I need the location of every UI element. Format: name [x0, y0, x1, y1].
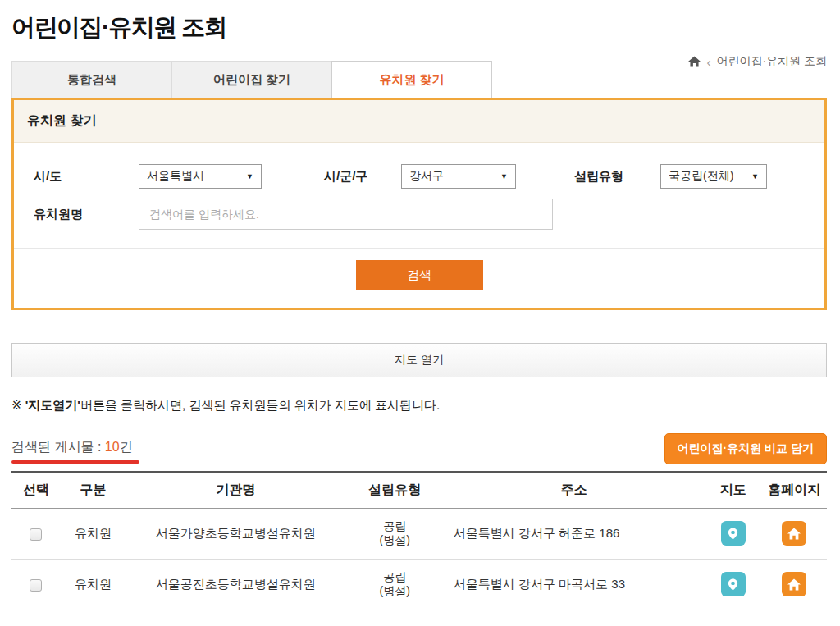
row-address: 서울특별시 강서구 허준로 186 [444, 508, 705, 559]
setup-type-select[interactable]: 국공립(전체) ▼ [660, 164, 767, 189]
chevron-down-icon: ▼ [246, 172, 253, 180]
note-highlight: '지도열기' [25, 398, 80, 412]
row-setup-type: 공립 (병설) [346, 559, 444, 610]
setup-line1: 공립 [346, 519, 444, 533]
homepage-icon[interactable] [782, 521, 806, 546]
kindergarten-name-input[interactable] [139, 199, 553, 230]
red-annotation-underline [11, 460, 139, 464]
search-panel: 유치원 찾기 시/도 서울특별시 ▼ 시/군/구 강서구 ▼ 설립유형 국공립(… [11, 98, 827, 310]
result-count-label: 검색된 게시물 : [11, 440, 105, 454]
map-pin-icon[interactable] [721, 572, 746, 596]
breadcrumb-separator: ‹ [706, 55, 710, 69]
tab-kindergarten-search[interactable]: 유치원 찾기 [331, 61, 492, 98]
row-checkbox[interactable] [30, 579, 42, 592]
row-institution-name: 서울공진초등학교병설유치원 [126, 559, 345, 610]
homepage-icon[interactable] [782, 572, 806, 596]
col-header-homepage: 홈페이지 [761, 472, 827, 508]
search-button[interactable]: 검색 [356, 260, 483, 290]
row-type: 유치원 [61, 559, 126, 610]
setup-type-label: 설립유형 [574, 169, 660, 185]
sido-label: 시/도 [34, 169, 139, 185]
col-header-type: 구분 [61, 472, 126, 508]
table-row: 유치원 서울가양초등학교병설유치원 공립 (병설) 서울특별시 강서구 허준로 … [11, 508, 827, 559]
row-institution-name: 서울가양초등학교병설유치원 [126, 508, 345, 559]
col-header-name: 기관명 [126, 472, 345, 508]
breadcrumb-current: 어린이집·유치원 조회 [716, 54, 827, 69]
sido-select-value: 서울특별시 [147, 169, 204, 184]
table-header-row: 선택 구분 기관명 설립유형 주소 지도 홈페이지 [11, 472, 827, 508]
result-count-suffix: 건 [120, 440, 133, 454]
note-prefix: ※ [11, 398, 25, 412]
sigungu-select-value: 강서구 [409, 169, 444, 184]
setup-type-select-value: 국공립(전체) [669, 169, 733, 184]
result-count-value: 10 [105, 440, 120, 454]
setup-line1: 공립 [346, 570, 444, 584]
tab-integrated-search[interactable]: 통합검색 [11, 61, 172, 98]
setup-line2: (병설) [346, 533, 444, 547]
chevron-down-icon: ▼ [500, 172, 508, 180]
open-map-button[interactable]: 지도 열기 [11, 343, 827, 377]
row-address: 서울특별시 강서구 마곡서로 33 [444, 559, 705, 610]
col-header-map: 지도 [705, 472, 762, 508]
col-header-address: 주소 [444, 472, 705, 508]
chevron-down-icon: ▼ [751, 172, 759, 180]
col-header-select: 선택 [11, 472, 61, 508]
page-container: 어린이집·유치원 조회 ‹ 어린이집·유치원 조회 통합검색 어린이집 찾기 유… [0, 11, 840, 610]
table-row: 유치원 서울공진초등학교병설유치원 공립 (병설) 서울특별시 강서구 마곡서로… [11, 559, 827, 610]
home-icon[interactable] [688, 56, 701, 67]
row-type: 유치원 [61, 508, 126, 559]
map-pin-icon[interactable] [721, 521, 746, 546]
map-note: ※ '지도열기'버튼을 클릭하시면, 검색된 유치원들의 위치가 지도에 표시됩… [11, 398, 827, 414]
setup-line2: (병설) [346, 584, 444, 598]
search-form: 시/도 서울특별시 ▼ 시/군/구 강서구 ▼ 설립유형 국공립(전체) ▼ 유… [14, 143, 824, 248]
row-checkbox[interactable] [30, 528, 42, 541]
results-table: 선택 구분 기관명 설립유형 주소 지도 홈페이지 유치원 서울가양초등학교병설… [11, 471, 827, 610]
sigungu-label: 시/군/구 [324, 169, 401, 185]
kindergarten-name-label: 유치원명 [34, 207, 139, 222]
col-header-setup: 설립유형 [346, 472, 444, 508]
page-title: 어린이집·유치원 조회 [11, 11, 827, 44]
sido-select[interactable]: 서울특별시 ▼ [139, 164, 262, 189]
tab-daycare-search[interactable]: 어린이집 찾기 [171, 61, 332, 98]
search-panel-title: 유치원 찾기 [14, 100, 824, 143]
results-header: 검색된 게시물 : 10건 어린이집·유치원 비교 담기 [11, 433, 827, 464]
breadcrumb: ‹ 어린이집·유치원 조회 [688, 54, 827, 69]
sigungu-select[interactable]: 강서구 ▼ [401, 164, 516, 189]
row-setup-type: 공립 (병설) [346, 508, 444, 559]
note-rest: 버튼을 클릭하시면, 검색된 유치원들의 위치가 지도에 표시됩니다. [80, 398, 440, 412]
compare-button[interactable]: 어린이집·유치원 비교 담기 [664, 433, 827, 464]
